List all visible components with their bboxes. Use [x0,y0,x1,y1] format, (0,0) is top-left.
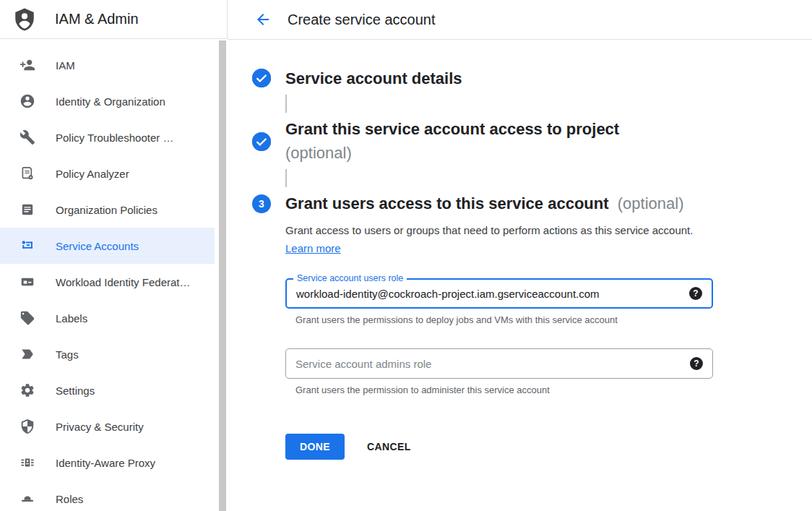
step3-number-badge: 3 [252,194,271,213]
wizard-step-2[interactable]: Grant this service account access to pro… [252,117,798,165]
step2-title: Grant this service account access to pro… [285,117,619,141]
step3-optional-text: (optional) [618,194,684,212]
admins-role-field: ? [285,348,713,379]
step-connector [285,169,287,187]
wizard-step-1[interactable]: Service account details [252,66,798,90]
step3-actions: DONE CANCEL [285,434,713,460]
sidebar-item-tags[interactable]: Tags [0,336,215,372]
users-role-field: Service account users role ? [285,278,713,309]
sidebar-item-label: Workload Identity Federat… [56,276,190,288]
sidebar-scrollbar[interactable] [219,40,226,511]
users-role-helper-text: Grant users the permissions to deploy jo… [295,314,713,325]
users-role-label: Service account users role [293,273,407,283]
sidebar-item-iam[interactable]: IAM [0,47,215,83]
sidebar-item-label: Labels [56,312,87,325]
sidebar-item-label: Policy Troubleshooter … [56,132,173,144]
sidebar-item-label: Identity & Organization [56,95,165,108]
shield-half-icon [20,418,35,434]
cancel-button[interactable]: CANCEL [367,441,411,452]
sidebar-item-label: Settings [56,385,95,397]
sidebar-nav: IAM Identity & Organization Policy Troub… [0,39,215,511]
back-button[interactable] [254,11,272,28]
sidebar-item-label: Tags [56,348,79,361]
sidebar-item-label: Service Accounts [56,240,139,252]
main-panel: Create service account Service account d… [228,0,812,511]
wrench-icon [20,129,35,145]
users-role-input[interactable] [287,280,712,307]
sidebar-item-labels[interactable]: Labels [0,300,215,336]
wizard: Service account details Grant this servi… [228,40,812,460]
sidebar-item-label: Organization Policies [56,204,157,216]
sidebar-item-workload-identity-federation[interactable]: Workload Identity Federat… [0,264,215,300]
sidebar-item-label: Privacy & Security [56,421,144,433]
sidebar-item-roles[interactable]: Roles [0,481,215,511]
proxy-icon [20,455,35,471]
account-circle-icon [20,93,35,109]
page-title: Create service account [288,12,436,28]
step2-optional-label: (optional) [285,141,619,165]
step3-description: Grant access to users or groups that nee… [285,221,694,257]
badge-card-icon [20,274,35,290]
sidebar-item-identity-aware-proxy[interactable]: Identity-Aware Proxy [0,445,215,481]
sidebar-item-organization-policies[interactable]: Organization Policies [0,192,215,228]
service-account-key-icon [20,238,35,254]
hat-icon [20,491,35,507]
document-lines-icon [20,202,35,218]
done-button[interactable]: DONE [285,434,345,460]
learn-more-link[interactable]: Learn more [285,242,341,254]
sidebar-header: IAM & Admin [0,0,228,39]
label-tag-icon [20,310,35,326]
sidebar-item-policy-troubleshooter[interactable]: Policy Troubleshooter … [0,119,215,155]
admins-role-helper-text: Grant users the permission to administer… [295,385,713,395]
step3-number: 3 [259,198,264,210]
sidebar-item-policy-analyzer[interactable]: Policy Analyzer [0,155,215,192]
step3-title: Grant users access to this service accou… [285,194,609,212]
wizard-step-3: 3 Grant users access to this service acc… [252,192,798,460]
step1-check-icon [252,69,271,87]
step3-body: Grant users access to this service accou… [285,192,713,460]
help-icon[interactable]: ? [690,357,703,370]
admins-role-input[interactable] [286,349,712,378]
step1-title: Service account details [285,66,462,90]
sidebar-item-settings[interactable]: Settings [0,372,215,408]
sidebar-item-label: Identity-Aware Proxy [56,457,155,469]
sidebar-item-identity-organization[interactable]: Identity & Organization [0,83,215,119]
page-header: Create service account [228,0,812,40]
step2-check-icon [252,132,271,151]
arrow-back-icon [254,11,272,28]
document-gear-icon [20,166,35,181]
step3-description-text: Grant access to users or groups that nee… [285,224,693,236]
iam-shield-person-icon [12,7,37,32]
sidebar-item-label: Policy Analyzer [56,168,129,180]
sidebar-item-label: IAM [56,59,75,72]
help-icon[interactable]: ? [689,287,702,300]
sidebar-item-privacy-security[interactable]: Privacy & Security [0,408,215,445]
sidebar-item-label: Roles [56,493,83,505]
person-add-icon [20,57,35,73]
sidebar-item-service-accounts[interactable]: Service Accounts [0,228,215,264]
tag-arrow-icon [20,346,35,362]
step-connector [285,95,287,113]
product-title: IAM & Admin [55,11,139,27]
gear-icon [20,382,35,398]
sidebar: IAM & Admin IAM Identity & Organization … [0,0,228,511]
